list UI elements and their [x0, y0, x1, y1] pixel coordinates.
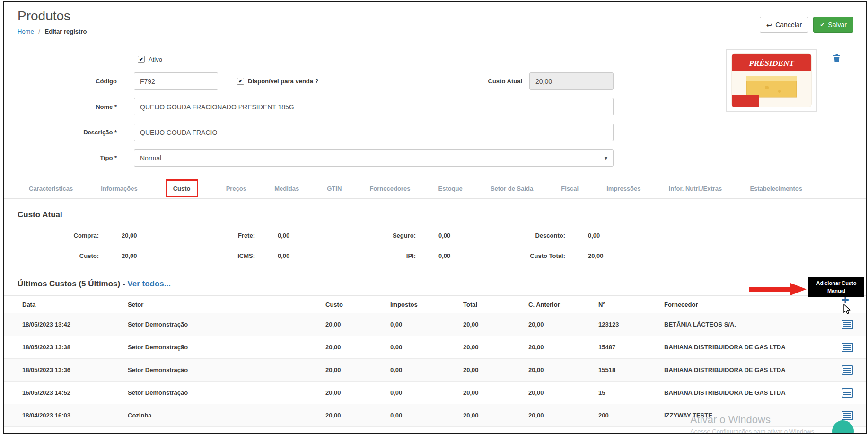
breadcrumb-current: Editar registro [45, 28, 87, 35]
list-details-icon [842, 343, 853, 352]
cell-numero: 15 [598, 389, 664, 396]
cell-data: 18/04/2023 16:03 [22, 412, 128, 419]
custo-atual-grid: Compra:20,00 Frete:0,00 Seguro:0,00 Desc… [4, 232, 866, 259]
view-cost-details-button[interactable] [842, 365, 853, 375]
cost-label: Desconto: [484, 232, 565, 239]
cost-value: 0,00 [438, 252, 450, 259]
tab-custo[interactable]: Custo [173, 185, 191, 192]
view-cost-details-button[interactable] [842, 320, 853, 329]
cost-value: 0,00 [438, 232, 450, 239]
cell-c-anterior: 20,00 [528, 412, 598, 419]
ultimos-custos-title: Últimos Custos (5 Últimos) - Ver todos..… [4, 279, 866, 289]
view-cost-details-button[interactable] [842, 388, 853, 398]
list-details-icon [842, 411, 853, 420]
product-form: ✔ Ativo Código ✔ Disponível para venda ?… [4, 56, 614, 167]
cell-custo: 20,00 [325, 321, 390, 328]
cell-impostos: 0,00 [390, 366, 463, 373]
tab-fornecedores[interactable]: Fornecedores [369, 185, 410, 192]
cost-label: Compra: [18, 232, 99, 239]
cell-impostos: 0,00 [390, 389, 463, 396]
tab-impressoes[interactable]: Impressões [606, 185, 640, 192]
ativo-checkbox[interactable]: ✔ [138, 56, 145, 63]
watermark-line2: Acesse Configurações para ativar o Windo… [690, 428, 816, 434]
col-c-anterior: C. Anterior [528, 301, 598, 308]
view-cost-details-button[interactable] [842, 343, 853, 352]
cost-field-seguro: Seguro:0,00 [334, 232, 484, 239]
nome-label: Nome * [4, 103, 134, 110]
tipo-select[interactable]: Normal ▾ [134, 149, 614, 167]
cost-label: ICMS: [174, 252, 255, 259]
cell-data: 16/05/2023 14:52 [22, 389, 128, 396]
tab-fiscal[interactable]: Fiscal [561, 185, 579, 192]
windows-activation-watermark: Ativar o Windows Acesse Configurações pa… [690, 414, 816, 434]
save-button[interactable]: ✔ Salvar [813, 17, 853, 33]
tab-estabelecimentos[interactable]: Estabelecimentos [750, 185, 802, 192]
cost-field-icms: ICMS:0,00 [174, 252, 334, 259]
cell-numero: 123123 [598, 321, 664, 328]
cell-custo: 20,00 [325, 412, 390, 419]
tab-informacoes[interactable]: Informações [101, 185, 137, 192]
cost-label: Custo: [18, 252, 99, 259]
tab-setor-de-saida[interactable]: Setor de Saída [491, 185, 533, 192]
cost-field-desconto: Desconto:0,00 [484, 232, 866, 239]
chevron-down-icon: ▾ [605, 155, 607, 161]
view-cost-details-button[interactable] [842, 411, 853, 420]
cell-setor: Setor Demonstração [128, 366, 325, 373]
tooltip-line1: Adicionar Custo [810, 280, 862, 287]
tooltip-line2: Manual [810, 287, 862, 295]
cell-fornecedor: BAHIANA DISTRIBUIDORA DE GAS LTDA [664, 389, 820, 396]
tab-caracteristicas[interactable]: Caracteristicas [29, 185, 73, 192]
cost-field-custo: Custo:20,00 [18, 252, 174, 259]
breadcrumb-home-link[interactable]: Home [18, 28, 34, 35]
table-row: 16/05/2023 14:52 Setor Demonstração 20,0… [4, 382, 866, 404]
cell-total: 20,00 [463, 389, 528, 396]
codigo-label: Código [4, 78, 134, 85]
tab-precos[interactable]: Preços [226, 185, 246, 192]
cell-impostos: 0,00 [390, 321, 463, 328]
descricao-input[interactable] [134, 124, 614, 141]
nome-input[interactable] [134, 98, 614, 115]
product-image: PRÉSIDENT [726, 49, 817, 112]
cell-setor: Setor Demonstração [128, 321, 325, 328]
product-brand-text: PRÉSIDENT [748, 59, 794, 68]
cell-total: 20,00 [463, 321, 528, 328]
cancel-button[interactable]: ↩ Cancelar [760, 17, 809, 33]
cell-custo: 20,00 [325, 366, 390, 373]
cost-field-compra: Compra:20,00 [18, 232, 174, 239]
tipo-selected-value: Normal [140, 154, 161, 162]
tab-medidas[interactable]: Medidas [274, 185, 299, 192]
table-row: 18/05/2023 13:38 Setor Demonstração 20,0… [4, 336, 866, 359]
cost-value: 20,00 [122, 252, 137, 259]
disponivel-checkbox[interactable]: ✔ [237, 78, 244, 85]
disponivel-group: ✔ Disponível para venda ? [237, 78, 319, 85]
tab-estoque[interactable]: Estoque [438, 185, 462, 192]
cell-c-anterior: 20,00 [528, 366, 598, 373]
descricao-label: Descrição * [4, 129, 134, 136]
cost-label: Custo Total: [484, 252, 565, 259]
ultimos-custos-table: Data Setor Custo Impostos Total C. Anter… [4, 295, 866, 427]
page-title: Produtos [18, 9, 852, 24]
ultimos-custos-title-text: Últimos Custos (5 Últimos) - [18, 279, 125, 288]
ativo-row: ✔ Ativo [4, 56, 614, 63]
app-window: Produtos Home / Editar registro ↩ Cancel… [3, 1, 867, 434]
cell-fornecedor: BAHIANA DISTRIBUIDORA DE GAS LTDA [664, 366, 820, 373]
list-details-icon [842, 365, 853, 375]
undo-arrow-icon: ↩ [766, 21, 772, 28]
tab-gtin[interactable]: GTIN [327, 185, 342, 192]
cost-label: Seguro: [334, 232, 416, 239]
ver-todos-link[interactable]: Ver todos... [127, 279, 171, 288]
delete-image-button[interactable] [833, 54, 841, 64]
col-impostos: Impostos [390, 301, 463, 308]
col-numero: Nº [598, 301, 664, 308]
tab-infor-nutri-extras[interactable]: Infor. Nutri./Extras [669, 185, 722, 192]
cell-numero: 15487 [598, 344, 664, 351]
cell-impostos: 0,00 [390, 412, 463, 419]
table-row: 18/05/2023 13:42 Setor Demonstração 20,0… [4, 313, 866, 336]
custo-atual-input [529, 72, 614, 90]
cell-fornecedor: BAHIANA DISTRIBUIDORA DE GAS LTDA [664, 344, 820, 351]
cost-value: 0,00 [588, 232, 600, 239]
custo-atual-section: Custo Atual Compra:20,00 Frete:0,00 Segu… [4, 199, 866, 270]
col-fornecedor: Fornecedor [664, 301, 820, 308]
cell-c-anterior: 20,00 [528, 321, 598, 328]
codigo-input[interactable] [134, 72, 218, 90]
